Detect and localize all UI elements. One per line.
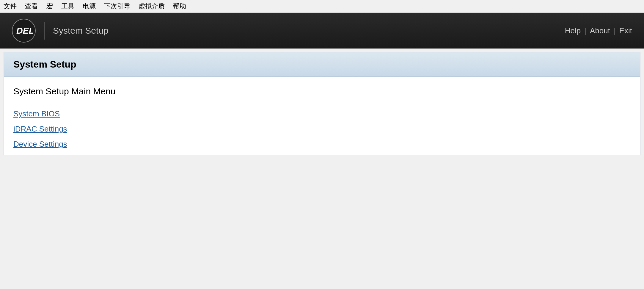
menu-item-next-boot[interactable]: 下次引导 xyxy=(104,2,130,11)
system-bios-link[interactable]: System BIOS xyxy=(13,109,60,118)
idrac-settings-link[interactable]: iDRAC Settings xyxy=(13,124,67,133)
section-title: System Setup Main Menu xyxy=(13,86,631,102)
menu-item-macro[interactable]: 宏 xyxy=(46,2,53,11)
main-menu-list: System BIOS iDRAC Settings Device Settin… xyxy=(13,109,631,149)
device-settings-link[interactable]: Device Settings xyxy=(13,140,67,149)
header-nav: Help | About | Exit xyxy=(565,26,632,35)
dell-logo: DELL xyxy=(12,19,36,43)
help-link[interactable]: Help xyxy=(565,26,581,35)
header-title: System Setup xyxy=(53,26,109,36)
nav-sep-1: | xyxy=(584,26,586,35)
list-item-device-settings: Device Settings xyxy=(13,140,631,149)
page-title: System Setup xyxy=(13,59,76,70)
menu-item-power[interactable]: 电源 xyxy=(83,2,96,11)
exit-link[interactable]: Exit xyxy=(619,26,632,35)
header-left: DELL System Setup xyxy=(12,19,109,43)
menu-item-virtual-media[interactable]: 虚拟介质 xyxy=(139,2,165,11)
list-item-idrac-settings: iDRAC Settings xyxy=(13,124,631,134)
list-item-system-bios: System BIOS xyxy=(13,109,631,118)
dell-header: DELL System Setup Help | About | Exit xyxy=(0,13,644,49)
page-body: System Setup Main Menu System BIOS iDRAC… xyxy=(4,77,640,149)
header-divider xyxy=(44,22,45,40)
main-content: System Setup System Setup Main Menu Syst… xyxy=(4,52,640,155)
svg-text:DELL: DELL xyxy=(16,26,33,35)
dell-logo-svg: DELL xyxy=(15,25,33,37)
about-link[interactable]: About xyxy=(590,26,610,35)
menu-item-view[interactable]: 查看 xyxy=(25,2,38,11)
page-header: System Setup xyxy=(4,52,640,77)
menu-bar: 文件 查看 宏 工具 电源 下次引导 虚拟介质 帮助 xyxy=(0,0,644,13)
menu-item-file[interactable]: 文件 xyxy=(4,2,17,11)
menu-item-tools[interactable]: 工具 xyxy=(61,2,74,11)
nav-sep-2: | xyxy=(614,26,616,35)
menu-item-help[interactable]: 帮助 xyxy=(173,2,186,11)
